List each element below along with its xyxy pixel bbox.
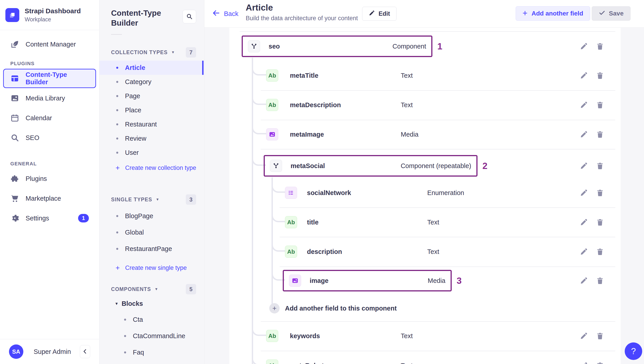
subnav-item-restaurantpage[interactable]: RestaurantPage	[100, 241, 204, 257]
brand[interactable]: Strapi Dashboard Workplace	[0, 0, 99, 30]
edit-field-button[interactable]	[579, 276, 589, 286]
bullet-icon	[116, 231, 118, 234]
edit-field-button[interactable]	[579, 331, 589, 341]
subnav-item-global[interactable]: Global	[100, 224, 204, 241]
collapse-sidebar-button[interactable]	[80, 345, 90, 358]
edit-field-button[interactable]	[579, 247, 589, 257]
edit-field-button[interactable]	[579, 361, 589, 364]
settings-icon	[10, 214, 19, 223]
subnav-item-place[interactable]: Place	[100, 103, 204, 117]
subnav-item-ctacommandline[interactable]: CtaCommandLine	[100, 328, 204, 344]
subnav-item-page[interactable]: Page	[100, 89, 204, 103]
plus-icon: +	[116, 164, 120, 172]
delete-field-button[interactable]	[595, 247, 605, 257]
delete-field-button[interactable]	[595, 161, 605, 171]
subnav-sections: COLLECTION TYPES▼7ArticleCategoryPagePla…	[100, 47, 204, 364]
edit-field-button[interactable]	[579, 188, 589, 198]
sidebar-item-content-type-builder[interactable]: Content-Type Builder	[3, 69, 96, 88]
subnav-section-collection-types: COLLECTION TYPES▼7ArticleCategoryPagePla…	[100, 47, 204, 174]
sidebar-item-settings[interactable]: Settings1	[3, 209, 96, 228]
subnav-item-cta[interactable]: Cta	[100, 311, 204, 328]
chevron-down-icon: ▼	[171, 50, 175, 54]
content-type-builder-icon	[10, 74, 19, 83]
subnav-item-label: BlogPage	[125, 212, 153, 220]
subnav-section-count: 5	[186, 284, 196, 294]
user-name: Super Admin	[34, 348, 71, 355]
subnav-group-blocks[interactable]: ▾Blocks	[100, 296, 204, 311]
subnav-item-faq[interactable]: Faq	[100, 344, 204, 361]
subnav-item-label: User	[125, 149, 139, 156]
sidebar-nav: Content ManagerPLUGINSContent-Type Build…	[0, 30, 99, 228]
edit-button[interactable]: Edit	[362, 7, 396, 21]
delete-field-button[interactable]	[595, 276, 605, 286]
delete-field-button[interactable]	[595, 100, 605, 110]
page-subtitle: Build the data architecture of your cont…	[246, 15, 358, 22]
back-button[interactable]: Back	[210, 7, 240, 20]
subnav-section-components: COMPONENTS▼5▾BlocksCtaCtaCommandLineFaqF…	[100, 284, 204, 364]
subnav-section-count: 7	[186, 47, 196, 58]
subnav-section-header[interactable]: COLLECTION TYPES▼7	[100, 47, 204, 58]
bullet-icon	[116, 109, 118, 111]
bullet-icon	[116, 215, 118, 217]
sidebar-item-marketplace[interactable]: Marketplace	[3, 189, 96, 208]
subnav-items: CtaCtaCommandLineFaqFeatures	[100, 311, 204, 364]
add-field-label: Add another field	[532, 10, 583, 17]
sidebar-item-content-manager[interactable]: Content Manager	[3, 35, 96, 54]
brand-title: Strapi Dashboard	[25, 7, 81, 15]
create-new-label: Create new collection type	[125, 164, 196, 171]
subnav-item-user[interactable]: User	[100, 146, 204, 160]
sidebar-item-label: Content Manager	[26, 41, 76, 48]
subnav-item-label: Global	[125, 229, 144, 236]
subnav-item-features[interactable]: Features	[100, 361, 204, 364]
calendar-icon	[10, 113, 19, 122]
create-new-link[interactable]: +Create new collection type	[100, 161, 204, 174]
delete-field-button[interactable]	[595, 217, 605, 227]
subnav-section-single-types: SINGLE TYPES▼3BlogPageGlobalRestaurantPa…	[100, 194, 204, 274]
sidebar-item-calendar[interactable]: Calendar	[3, 108, 96, 128]
subnav-section-header[interactable]: COMPONENTS▼5	[100, 284, 204, 294]
subnav-item-article[interactable]: Article	[100, 61, 204, 75]
delete-field-button[interactable]	[595, 41, 605, 51]
bullet-icon	[116, 67, 118, 69]
subnav-section-title: COLLECTION TYPES	[111, 49, 168, 56]
subnav: Content-Type Builder COLLECTION TYPES▼7A…	[100, 0, 204, 364]
chevron-down-icon: ▼	[154, 287, 158, 291]
add-field-circle-button[interactable]: +	[269, 303, 280, 313]
sidebar-item-seo[interactable]: SEO	[3, 128, 96, 147]
subnav-divider	[111, 34, 122, 35]
subnav-item-label: CtaCommandLine	[133, 332, 185, 340]
sidebar-item-label: Plugins	[26, 175, 47, 183]
edit-field-button[interactable]	[579, 129, 589, 139]
media-library-icon	[10, 94, 19, 103]
add-another-field-button[interactable]: + Add another field	[516, 6, 590, 21]
edit-field-button[interactable]	[579, 41, 589, 51]
subnav-item-blogpage[interactable]: BlogPage	[100, 208, 204, 224]
create-new-link[interactable]: +Create new single type	[100, 262, 204, 274]
subnav-group-label: Blocks	[122, 300, 143, 307]
subnav-item-restaurant[interactable]: Restaurant	[100, 117, 204, 131]
sidebar-item-media-library[interactable]: Media Library	[3, 89, 96, 108]
subnav-item-label: Article	[125, 64, 145, 71]
delete-field-button[interactable]	[595, 71, 605, 80]
save-button[interactable]: Save	[592, 6, 630, 21]
sidebar-item-plugins[interactable]: Plugins	[3, 169, 96, 188]
subnav-item-label: Place	[125, 106, 141, 114]
delete-field-button[interactable]	[595, 331, 605, 341]
search-button[interactable]	[183, 10, 196, 23]
edit-field-button[interactable]	[579, 71, 589, 80]
delete-field-button[interactable]	[595, 188, 605, 198]
delete-field-button[interactable]	[595, 361, 605, 364]
help-button[interactable]: ?	[625, 342, 642, 360]
avatar[interactable]: SA	[9, 344, 23, 359]
sidebar-item-label: Marketplace	[26, 195, 61, 202]
subnav-item-category[interactable]: Category	[100, 75, 204, 89]
edit-field-button[interactable]	[579, 100, 589, 110]
marketplace-icon	[10, 194, 19, 203]
subnav-section-header[interactable]: SINGLE TYPES▼3	[100, 194, 204, 205]
delete-field-button[interactable]	[595, 129, 605, 139]
subnav-item-label: Page	[125, 92, 140, 100]
edit-field-button[interactable]	[579, 217, 589, 227]
subnav-item-review[interactable]: Review	[100, 131, 204, 146]
subnav-item-label: Review	[125, 135, 146, 142]
edit-field-button[interactable]	[579, 161, 589, 171]
